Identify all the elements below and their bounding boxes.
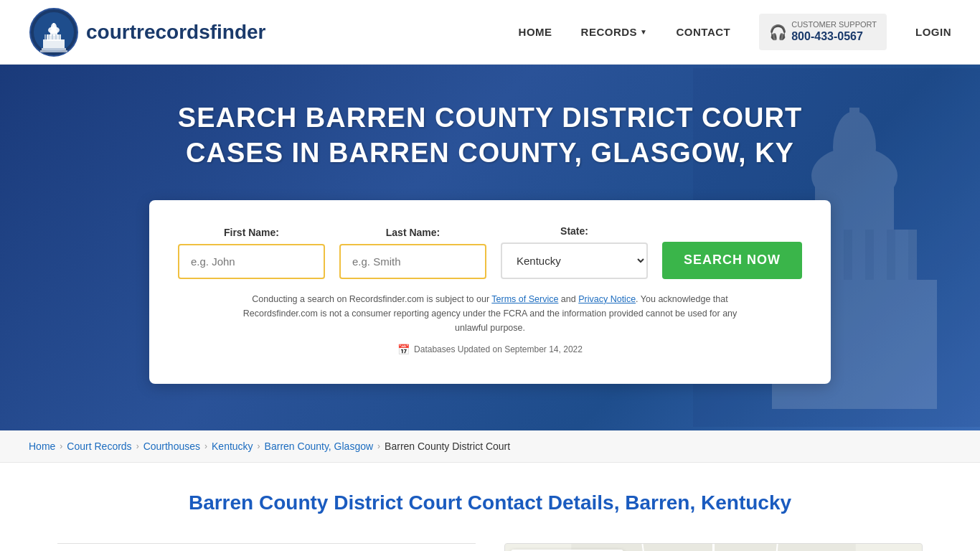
- logo-icon: [29, 7, 79, 57]
- hero-title: SEARCH BARREN COUNTY DISTRICT COURT CASE…: [167, 100, 813, 171]
- svg-rect-13: [42, 48, 66, 50]
- detail-section: Court Name: Barren County District Court…: [57, 543, 476, 551]
- privacy-link[interactable]: Privacy Notice: [578, 294, 636, 304]
- court-name-row: Court Name: Barren County District Court: [57, 543, 476, 551]
- nav-login[interactable]: LOGIN: [915, 26, 951, 38]
- logo-text: courtrecordsfinder: [86, 21, 266, 44]
- terms-link[interactable]: Terms of Service: [491, 294, 558, 304]
- svg-rect-26: [887, 230, 895, 280]
- chevron-down-icon: ▼: [640, 28, 647, 36]
- state-label: State:: [501, 225, 648, 237]
- main-content: Barren County District Court Contact Det…: [0, 463, 980, 551]
- map-container: 36°59'46.7"N 85°54'46... View larger map…: [504, 543, 923, 551]
- support-number: 800-433-0567: [791, 29, 877, 44]
- firstname-input[interactable]: [178, 244, 325, 279]
- breadcrumb-sep-3: ›: [204, 441, 207, 451]
- firstname-label: First Name:: [178, 227, 325, 238]
- breadcrumb-courthouses[interactable]: Courthouses: [143, 441, 200, 452]
- breadcrumb-sep-5: ›: [377, 441, 380, 451]
- search-box: First Name: Last Name: State: Kentucky A…: [149, 200, 831, 384]
- search-disclaimer: Conducting a search on Recordsfinder.com…: [239, 292, 741, 335]
- breadcrumb-court-records[interactable]: Court Records: [67, 441, 131, 452]
- map-section: 36°59'46.7"N 85°54'46... View larger map…: [504, 543, 923, 551]
- svg-rect-12: [59, 34, 60, 39]
- svg-rect-10: [52, 34, 53, 39]
- breadcrumb-barren-glasgow[interactable]: Barren County, Glasgow: [265, 441, 373, 452]
- search-fields: First Name: Last Name: State: Kentucky A…: [178, 225, 802, 279]
- breadcrumb-sep-4: ›: [258, 441, 260, 451]
- svg-point-19: [833, 111, 876, 183]
- calendar-icon: 📅: [397, 344, 410, 355]
- lastname-field-group: Last Name:: [339, 227, 486, 279]
- detail-map-row: Court Name: Barren County District Court…: [57, 543, 923, 551]
- svg-rect-24: [844, 230, 852, 280]
- nav-contact[interactable]: CONTACT: [677, 26, 731, 38]
- lastname-label: Last Name:: [339, 227, 486, 238]
- nav-home[interactable]: HOME: [519, 26, 552, 38]
- breadcrumb-kentucky[interactable]: Kentucky: [212, 441, 253, 452]
- svg-rect-20: [849, 108, 859, 136]
- section-title: Barren County District Court Contact Det…: [57, 491, 923, 514]
- svg-point-18: [811, 147, 897, 204]
- svg-rect-14: [40, 50, 67, 52]
- breadcrumb-home[interactable]: Home: [29, 441, 55, 452]
- svg-rect-7: [53, 23, 55, 27]
- lastname-input[interactable]: [339, 244, 486, 279]
- logo[interactable]: courtrecordsfinder: [29, 7, 266, 57]
- svg-rect-27: [908, 230, 917, 280]
- main-nav: HOME RECORDS ▼ CONTACT 🎧 CUSTOMER SUPPOR…: [519, 14, 951, 50]
- svg-rect-8: [44, 34, 46, 39]
- state-select[interactable]: Kentucky Alabama Alaska Arizona Californ…: [501, 242, 648, 279]
- search-button[interactable]: SEARCH NOW: [662, 242, 802, 279]
- breadcrumb: Home › Court Records › Courthouses › Ken…: [0, 430, 980, 463]
- support-info: CUSTOMER SUPPORT 800-433-0567: [791, 19, 877, 44]
- svg-rect-9: [48, 34, 50, 39]
- db-updated: 📅 Databases Updated on September 14, 202…: [178, 344, 802, 355]
- nav-records[interactable]: RECORDS ▼: [581, 26, 648, 38]
- state-field-group: State: Kentucky Alabama Alaska Arizona C…: [501, 225, 648, 279]
- hero-section: SEARCH BARREN COUNTY DISTRICT COURT CASE…: [0, 65, 980, 430]
- firstname-field-group: First Name:: [178, 227, 325, 279]
- breadcrumb-sep-2: ›: [136, 441, 139, 451]
- headset-icon: 🎧: [769, 24, 787, 41]
- support-area: 🎧 CUSTOMER SUPPORT 800-433-0567: [759, 14, 887, 50]
- breadcrumb-current: Barren County District Court: [385, 441, 510, 452]
- site-header: courtrecordsfinder HOME RECORDS ▼ CONTAC…: [0, 0, 980, 65]
- svg-rect-25: [865, 230, 874, 280]
- svg-rect-11: [55, 34, 57, 39]
- map-placeholder: 36°59'46.7"N 85°54'46... View larger map…: [505, 544, 922, 551]
- breadcrumb-sep-1: ›: [60, 441, 62, 451]
